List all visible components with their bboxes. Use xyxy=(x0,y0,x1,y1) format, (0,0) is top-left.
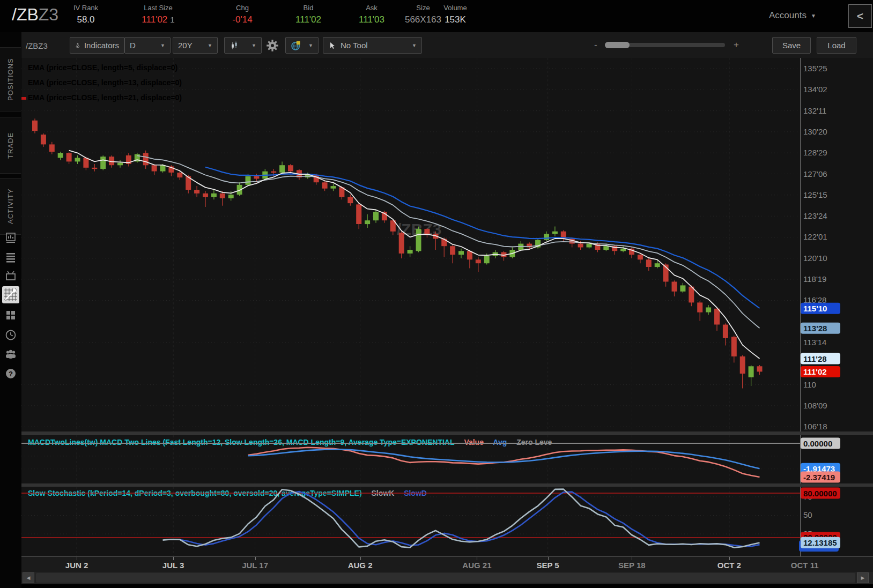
stoch-badge-overbought-text: 80.00000 xyxy=(803,489,837,498)
scroll-left-button[interactable]: ◀ xyxy=(23,572,34,583)
candle-body xyxy=(211,193,217,197)
symbol-input[interactable] xyxy=(26,39,50,52)
candle-body xyxy=(603,246,609,250)
ema5-label: EMA (price=CLOSE, length=5, displace=0) xyxy=(28,60,182,75)
candle-body xyxy=(347,197,353,203)
horizontal-scrollbar[interactable]: ◀ ▶ xyxy=(21,571,873,584)
sidebar-tab-positions[interactable]: POSITIONS xyxy=(0,47,21,111)
zoom-slider-handle[interactable] xyxy=(605,42,630,48)
sidebar-tab-activity[interactable]: ACTIVITY xyxy=(0,178,21,235)
candle-body xyxy=(552,232,558,234)
range-dropdown[interactable]: 20Y ▼ xyxy=(173,37,218,54)
help-icon[interactable]: ? xyxy=(4,367,17,380)
price-tick-label: 135'25 xyxy=(803,64,827,73)
chevron-down-icon: ▼ xyxy=(308,43,313,48)
chart-type-dropdown[interactable]: ▼ xyxy=(224,37,262,54)
time-axis[interactable]: JUN 2JUL 3JUL 17AUG 2AUG 21SEP 5SEP 18OC… xyxy=(21,556,873,572)
candle-body xyxy=(271,172,276,173)
time-tick-label: OCT 11 xyxy=(791,561,819,570)
time-tick-label: JUL 3 xyxy=(162,561,184,570)
indicators-button[interactable]: Indicators xyxy=(70,37,124,54)
time-tick-mark xyxy=(360,557,361,560)
header-field-size: Size566X163 xyxy=(405,4,441,25)
candle-body xyxy=(450,246,455,255)
globe-icon xyxy=(291,40,301,51)
time-tick-label: OCT 2 xyxy=(717,561,741,570)
ema-study-labels: EMA (price=CLOSE, length=5, displace=0) … xyxy=(28,60,182,105)
load-button[interactable]: Load xyxy=(817,37,856,54)
candle-body xyxy=(356,204,361,224)
candle-body xyxy=(655,263,660,267)
candle-body xyxy=(288,165,293,171)
save-label: Save xyxy=(782,41,801,50)
collapse-panel-button[interactable]: < xyxy=(848,4,872,28)
candle-body xyxy=(620,249,626,251)
scrollbar-thumb[interactable] xyxy=(36,573,855,583)
price-badge-last-text: 111'02 xyxy=(803,367,827,376)
candle-body xyxy=(83,158,88,168)
price-tick-label: 120'10 xyxy=(803,254,827,263)
zoom-out-button[interactable]: - xyxy=(594,40,597,50)
chart-toolbar: Indicators D ▼ 20Y ▼ ▼ xyxy=(21,32,873,58)
price-pane[interactable]: 135'25134'02132'11130'20128'29127'06125'… xyxy=(21,58,873,431)
price-tick-label: 122'01 xyxy=(803,232,827,241)
candlestick-icon xyxy=(230,41,239,50)
candle-body xyxy=(484,256,490,264)
price-tick-label: 110 xyxy=(803,380,816,389)
candle-body xyxy=(365,220,370,224)
grid-apps-icon[interactable] xyxy=(4,309,17,322)
community-users-icon[interactable] xyxy=(4,347,17,360)
monitor-report-icon[interactable] xyxy=(4,232,17,244)
gear-icon[interactable] xyxy=(265,39,279,53)
candle-body xyxy=(49,144,55,152)
history-clock-icon[interactable] xyxy=(4,329,17,341)
charts-icon-active[interactable] xyxy=(2,286,19,303)
candle-body xyxy=(672,282,677,292)
timeframe-dropdown[interactable]: D ▼ xyxy=(124,37,171,54)
tv-icon[interactable] xyxy=(4,270,17,282)
trading-platform: /ZBZ3 IV Rank58.0Last Size111'021Chg-0'1… xyxy=(0,0,873,588)
time-tick-label: JUL 17 xyxy=(242,561,268,570)
candle-body xyxy=(757,366,763,371)
candle-body xyxy=(424,229,430,234)
save-button[interactable]: Save xyxy=(772,37,811,54)
candle-body xyxy=(100,157,106,169)
candle-body xyxy=(544,234,549,240)
price-badge-ema5-text: 111'28 xyxy=(803,354,827,363)
candle-body xyxy=(279,165,285,173)
stoch-pane[interactable]: 75502580.0000020.0000012.13185 xyxy=(21,487,873,556)
charts-icon xyxy=(2,286,19,303)
accounts-menu[interactable]: Accounts xyxy=(769,10,807,21)
price-tick-label: 128'29 xyxy=(803,148,827,157)
time-tick-mark xyxy=(632,557,632,560)
scroll-right-button[interactable]: ▶ xyxy=(857,572,869,583)
time-tick-mark xyxy=(729,557,730,560)
candle-body xyxy=(228,195,234,198)
candle-body xyxy=(408,250,413,254)
price-badge-ema21-text: 115'10 xyxy=(803,304,827,313)
macd-pane[interactable]: 0.00000-1.91473-2.37419 xyxy=(21,435,873,483)
macd-badge-value-text: -2.37419 xyxy=(803,473,835,482)
price-badge-ema13-text: 113'28 xyxy=(803,324,827,333)
zoom-in-button[interactable]: + xyxy=(734,40,739,50)
time-tick-label: AUG 21 xyxy=(462,561,491,570)
header-field-chg: Chg-0'14 xyxy=(232,4,252,25)
candle-body xyxy=(416,229,421,251)
symbol-month: Z3 xyxy=(39,5,58,24)
accounts-chevron-icon[interactable]: ▼ xyxy=(811,13,816,19)
candle-body xyxy=(578,244,583,248)
symbol-root: /ZB xyxy=(12,5,39,24)
price-tick-label: 125'15 xyxy=(803,190,827,199)
macd-avg-line xyxy=(248,449,760,468)
candle-body xyxy=(723,325,728,338)
symbol-title: /ZBZ3 xyxy=(12,5,58,25)
chevron-down-icon: ▼ xyxy=(208,43,212,48)
candle-body xyxy=(476,259,481,263)
pane-separator[interactable] xyxy=(21,431,873,435)
candle-body xyxy=(731,337,737,356)
watchlist-icon[interactable] xyxy=(4,251,17,264)
drawing-tool-dropdown[interactable]: No Tool ▼ xyxy=(323,37,422,54)
sidebar-tab-trade[interactable]: TRADE xyxy=(0,117,21,174)
indicators-label: Indicators xyxy=(84,41,119,50)
globe-layout-dropdown[interactable]: ▼ xyxy=(285,37,319,54)
